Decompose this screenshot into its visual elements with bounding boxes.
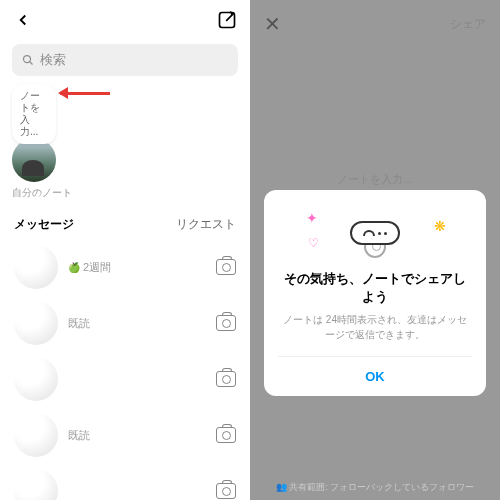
compose-icon[interactable] [216,9,238,31]
header: ✕ シェア [250,0,500,48]
svg-point-1 [24,56,31,63]
conversation-list: 🍏2週間 既読 既読 既読 [0,239,250,500]
camera-icon[interactable] [216,259,236,275]
status-text: 既読 [68,428,90,443]
modal-illustration: ✦ ❋ ♡ [278,208,472,258]
ok-button[interactable]: OK [278,356,472,396]
tabs: メッセージ リクエスト [0,208,250,239]
close-icon[interactable]: ✕ [264,12,281,36]
list-item[interactable] [0,463,250,500]
speech-bubble-icon [350,221,400,245]
camera-icon[interactable] [216,371,236,387]
avatar [14,469,58,500]
camera-icon[interactable] [216,483,236,499]
tab-messages[interactable]: メッセージ [14,216,74,233]
intro-modal: ✦ ❋ ♡ その気持ち、ノートでシェアしよう ノートは 24時間表示され、友達は… [264,190,486,396]
back-icon[interactable] [12,9,34,31]
avatar [14,357,58,401]
tutorial-arrow [60,92,110,95]
status-text: 2週間 [83,260,111,275]
tab-requests[interactable]: リクエスト [176,216,236,233]
avatar [14,301,58,345]
notes-section: ノートを入力... 自分のノート [0,80,250,208]
list-item[interactable]: 既読 [0,295,250,351]
my-note-label: 自分のノート [12,186,238,200]
list-item[interactable]: 既読 [0,407,250,463]
camera-icon[interactable] [216,427,236,443]
modal-title: その気持ち、ノートでシェアしよう [278,270,472,306]
apple-icon: 🍏 [68,262,80,273]
list-item[interactable]: 🍏2週間 [0,239,250,295]
list-item[interactable] [0,351,250,407]
heart-icon: ♡ [308,236,319,250]
dm-inbox-panel: 検索 ノートを入力... 自分のノート メッセージ リクエスト 🍏2週間 既読 … [0,0,250,500]
audience-text: 共有範囲: フォローバックしているフォロワー [289,482,474,492]
note-compose-panel: ✕ シェア ノートを入力... ✦ ❋ ♡ その気持ち、ノートでシェアしよう ノ… [250,0,500,500]
sparkle-icon: ✦ [306,210,318,226]
modal-subtitle: ノートは 24時間表示され、友達はメッセージで返信できます。 [278,312,472,342]
search-placeholder: 検索 [40,51,66,69]
audience-footer: 👥 共有範囲: フォローバックしているフォロワー [250,481,500,494]
status-text: 既読 [68,316,90,331]
share-button[interactable]: シェア [450,16,486,33]
note-placeholder: ノートを入力... [250,172,500,187]
note-input-bubble[interactable]: ノートを入力... [12,84,56,144]
header [0,0,250,40]
search-icon [22,54,34,66]
avatar [14,413,58,457]
my-avatar[interactable] [12,138,56,182]
avatar [14,245,58,289]
sparkle-icon: ❋ [434,218,446,234]
search-input[interactable]: 検索 [12,44,238,76]
camera-icon[interactable] [216,315,236,331]
